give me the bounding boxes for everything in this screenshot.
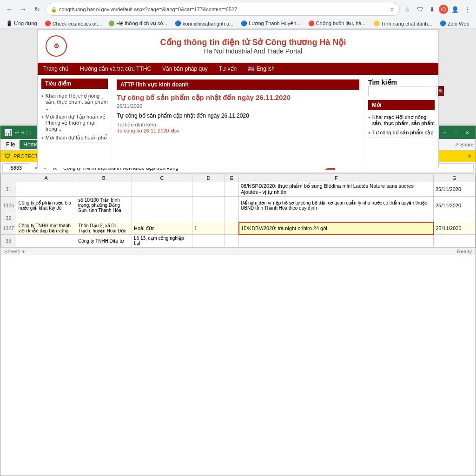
bookmark-icon[interactable]: ☆ [403,4,413,14]
cell-1327f[interactable]: 15/KDBV/2020: trà night orihiro 24 gói [239,222,434,235]
bookmark-1[interactable]: 🔴 Check cosmetics or... [42,20,104,27]
search-input[interactable] [368,86,437,96]
col-header-a[interactable]: A [16,174,76,182]
nav-english[interactable]: 🇬🇧 English [242,63,280,75]
nav-van-ban[interactable]: Văn bản pháp quy [157,63,213,75]
download-icon[interactable]: ⬇ [427,4,437,14]
row-33: 33 [1,235,16,247]
col-header-row [1,174,16,182]
close-button[interactable]: ✕ [463,128,472,137]
bookmark-4[interactable]: 🔵 Lương Thanh Huyền... [238,20,303,27]
col-header-e[interactable]: E [225,174,239,182]
nav-trang-chu[interactable]: Trang chủ [38,63,74,75]
cell-33d[interactable] [192,235,225,247]
row-32: 32 [1,214,16,222]
close-bar-button[interactable]: ✕ [467,153,472,159]
cell-31g[interactable]: 25/11/2020 [434,182,476,197]
left-news-item-3[interactable]: Mời tham dự tập huấn phổ [41,133,108,143]
col-header-f[interactable]: F [239,174,434,182]
cell-33b[interactable]: Công ty TNHH Đầu tư [76,235,132,247]
row-1326: 1326 [1,197,16,214]
cell-1327c[interactable]: Hoài đức [132,222,192,235]
menu-file[interactable]: File [2,140,19,149]
bookmark-7[interactable]: 🔵 Zalo Web [437,20,472,27]
cell-31f[interactable]: 08/NSPĐ/2020: thực phẩm bổ sung Blédina … [239,182,434,197]
refresh-button[interactable]: ↻ [32,4,43,15]
left-news-item-2[interactable]: Mời tham dự Tập huấn về Phòng vệ thương … [41,112,108,133]
article-title[interactable]: Tự công bố sản phẩm cập nhật đến ngày 26… [117,93,359,102]
col-header-d[interactable]: D [192,174,225,182]
cell-31b[interactable] [76,182,132,197]
back-button[interactable]: ← [4,4,15,15]
cell-1326a[interactable]: Công ty cổ phần rượu bia nước giải khát … [16,197,76,214]
cell-1326b[interactable]: số 10/100 Trần bình trọng, phường Đồng S… [76,197,132,214]
cell-32c[interactable] [132,214,192,222]
excel-window: 📊 ↩ ↪ ⬚ Tu cong bo 26.11.2020 [Protected… [0,126,476,476]
shield-icon[interactable]: 🛡 [415,4,425,14]
bookmark-2[interactable]: 🟢 Hệ thống dịch vụ cô... [106,20,170,27]
more-icon[interactable]: ⋮ [462,4,472,14]
article-desc: Tự công bố sản phẩm cập nhật đến ngày 26… [117,112,359,119]
cell-33f[interactable] [239,235,434,247]
col-header-c[interactable]: C [132,174,192,182]
cell-reference[interactable] [2,163,30,172]
cell-33g[interactable] [434,235,476,247]
bookmarks-apps[interactable]: 📱 Ứng dụng [4,20,40,27]
nav-huong-dan[interactable]: Hướng dẫn và tra cứu TTHC [74,63,157,75]
forward-button[interactable]: → [18,4,29,15]
cell-32d[interactable] [192,214,225,222]
cell-32a[interactable] [16,214,76,222]
search-button[interactable]: 🔍 [438,86,444,96]
share-button[interactable]: ↗ Share [455,142,474,148]
cell-32b[interactable] [76,214,132,222]
attachment-link[interactable]: Tu cong bo 26.11.2020.xlsx [117,128,179,133]
cell-1326c[interactable] [132,197,192,214]
cell-1326g[interactable]: 25/11/2020 [434,197,476,214]
table-row: 1326 Công ty cổ phần rượu bia nước giải … [1,197,476,214]
svg-text:⚙: ⚙ [53,42,60,50]
cell-1327g[interactable]: 25/11/2020 [434,222,476,235]
right-news-item-1[interactable]: Khai mạc Hội chợ nông sản, thực phẩm, sả… [368,113,435,128]
col-header-b[interactable]: B [76,174,132,182]
cell-31d[interactable] [192,182,225,197]
cell-33a[interactable] [16,235,76,247]
address-bar[interactable]: 🔒 congthuong.hanoi.gov.vn/default.aspx?p… [46,3,400,16]
cell-32f[interactable] [239,214,434,222]
row-1327: 1327 [1,222,16,235]
left-section-title: Tiêu điểm [41,79,108,89]
left-news-item-1[interactable]: Khai mạc Hội chợ nông sản, thực phẩm, sả… [41,92,108,112]
cell-1327a[interactable]: Công ty TNHH một thành viên khỏe đẹp bền… [16,222,76,235]
right-news-item-2[interactable]: Tự công bố sản phẩm cập [368,128,435,138]
col-header-g[interactable]: G [434,174,476,182]
cell-1326d[interactable] [192,197,225,214]
cell-1326e[interactable] [225,197,239,214]
cell-31a[interactable] [16,182,76,197]
minimize-button[interactable]: ─ [440,128,450,137]
article-attachment: Tài liệu đính kèm: Tu cong bo 26.11.2020… [117,122,359,133]
cell-1327b[interactable]: Thôn Dậu 2, xã Di Trạch, huyện Hoài Đức [76,222,132,235]
bookmark-8[interactable]: 🟠 Shopee|Ứng dụng... [475,20,476,27]
cell-1327e[interactable] [225,222,239,235]
cell-1326f[interactable]: Để nghị đơn vị nộp hồ sơ tự công bố đến … [239,197,434,214]
new-section-title: Mới [368,100,435,110]
extension-icon-1[interactable]: IQ [439,5,448,14]
cell-32g[interactable] [434,214,476,222]
cell-32e[interactable] [225,214,239,222]
cell-31e[interactable] [225,182,239,197]
restore-button[interactable]: □ [451,128,461,137]
profile-icon[interactable]: 👤 [450,4,460,14]
content-right: Tìm kiếm 🔍 Mới Khai mạc Hội chợ nông sản… [364,75,438,168]
article-date: 26/11/2020 [117,103,359,109]
cell-31c[interactable] [132,182,192,197]
site-title: Cổng thông tin điện tử Sở Công thương Hà… [75,37,431,55]
sheet-tab[interactable]: Sheet1 + [4,249,25,254]
cell-33e[interactable] [225,235,239,247]
bookmark-5[interactable]: 🔴 Chống buôn lậu, hà... [306,20,368,27]
bookmark-6[interactable]: 🟡 Tính năng chat đánh... [371,20,435,27]
site-nav: Trang chủ Hướng dẫn và tra cứu TTHC Văn … [38,63,438,75]
cell-33c[interactable]: Lô 13, cụm công nghiệp Lại [132,235,192,247]
table-row: 33 Công ty TNHH Đầu tư Lô 13, cụm công n… [1,235,476,247]
nav-tu-van[interactable]: Tư vấn [213,63,242,75]
bookmark-3[interactable]: 🔵 konnichiwahangnh a... [172,20,236,27]
cell-1327d[interactable]: 1 [192,222,225,235]
